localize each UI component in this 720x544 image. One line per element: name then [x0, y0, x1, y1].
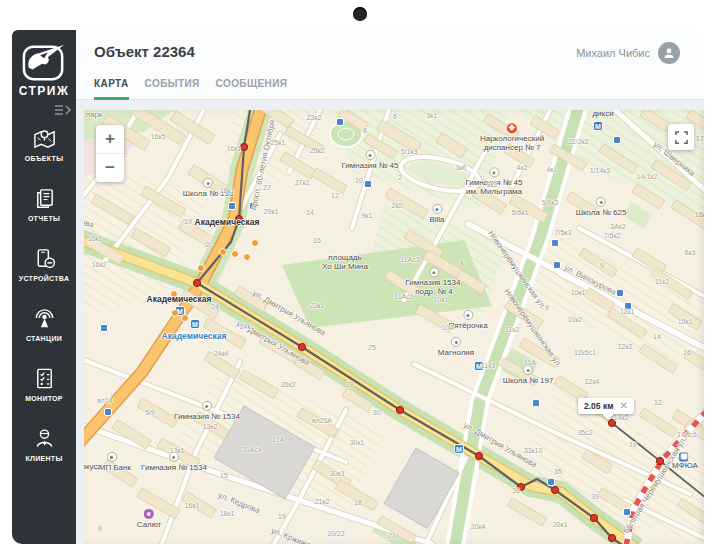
sidebar-item-label: УСТРОЙСТВА [19, 275, 69, 282]
track-point [396, 406, 403, 413]
track-point [656, 457, 663, 464]
transport-stop-icon [337, 119, 344, 126]
sidebar-nav: ОБЪЕКТЫ ОТЧЕТЫ [12, 126, 76, 462]
tablet-frame: СТРИЖ О [0, 0, 720, 544]
zoom-in-button[interactable]: + [96, 125, 124, 153]
logo-text: СТРИЖ [19, 84, 70, 98]
user-name: Михаил Чибис [576, 47, 650, 59]
measure-balloon: 2.05 км ✕ [578, 398, 634, 414]
track-point [590, 514, 597, 521]
sidebar-item-label: СТАНЦИИ [26, 335, 62, 342]
sidebar-item-clients[interactable]: КЛИЕНТЫ [12, 426, 76, 462]
transport-stop-icon [365, 181, 372, 188]
track-point [235, 215, 242, 222]
metro-entrance-icon [220, 249, 227, 256]
sidebar-item-label: ОТЧЕТЫ [28, 215, 60, 222]
track-point [608, 534, 615, 541]
track-point [240, 143, 247, 150]
zoom-control: + − [96, 125, 124, 182]
tab-map[interactable]: КАРТА [94, 78, 129, 100]
person-icon [662, 46, 676, 60]
transport-stop-icon [617, 290, 624, 297]
transport-stop-icon [250, 203, 257, 210]
sidebar-item-label: ОБЪЕКТЫ [25, 155, 64, 162]
sidebar-item-stations[interactable]: СТАНЦИИ [12, 306, 76, 342]
app-logo: СТРИЖ [19, 39, 70, 98]
metro-entrance-icon [252, 240, 259, 247]
transport-stop-icon [533, 400, 540, 407]
zoom-out-button[interactable]: − [96, 153, 124, 182]
page-header: Объект 22364 Михаил Чибис КАРТА СОБЫТИЯ [76, 30, 704, 100]
metro-icon-letter: М [476, 363, 482, 370]
sidebar: СТРИЖ О [12, 30, 76, 544]
metro-icon-letter: М [192, 321, 198, 328]
camera-dot [353, 7, 367, 21]
client-icon [32, 426, 57, 451]
metro-entrance-icon [244, 254, 251, 261]
app-screen: СТРИЖ О [12, 30, 704, 544]
user-widget: Михаил Чибис [576, 42, 680, 64]
transport-stop-icon [548, 479, 555, 486]
transport-stop-icon [101, 325, 108, 332]
map-canvas[interactable]: МММММ просп. 60-летия Октябряул. Дмитрия… [84, 110, 704, 544]
checklist-icon [32, 366, 57, 391]
track-point [298, 343, 305, 350]
map-pin-icon [32, 126, 57, 151]
transport-stop-icon [552, 240, 559, 247]
avatar[interactable] [658, 42, 680, 64]
sidebar-collapse-button[interactable] [54, 104, 71, 116]
metro-entrance-icon [182, 315, 189, 322]
sidebar-item-label: МОНИТОР [25, 395, 63, 402]
report-icon [32, 186, 57, 211]
fullscreen-icon [674, 130, 689, 145]
sidebar-item-reports[interactable]: ОТЧЕТЫ [12, 186, 76, 222]
metro-icon-letter: М [595, 123, 601, 130]
transport-stop-icon [624, 509, 631, 516]
device-icon [32, 246, 57, 271]
transport-stop-icon [229, 203, 236, 210]
sidebar-item-label: КЛИЕНТЫ [25, 455, 62, 462]
transport-stop-icon [625, 303, 632, 310]
metro-entrance-icon [232, 251, 239, 258]
sidebar-item-objects[interactable]: ОБЪЕКТЫ [12, 126, 76, 162]
transport-stop-icon [554, 262, 561, 269]
measure-distance: 2.05 км [584, 401, 613, 411]
tab-messages[interactable]: СООБЩЕНИЯ [216, 78, 288, 100]
track-point [517, 483, 524, 490]
tab-bar: КАРТА СОБЫТИЯ СООБЩЕНИЯ [94, 78, 287, 100]
metro-entrance-icon [171, 291, 178, 298]
track-point [551, 486, 558, 493]
fullscreen-button[interactable] [668, 124, 694, 150]
metro-icon-letter: М [456, 446, 462, 453]
antenna-icon [32, 306, 57, 331]
map-base: МММММ [84, 110, 704, 544]
transport-stop-icon [614, 137, 621, 144]
transport-stop-icon [105, 409, 112, 416]
metro-entrance-icon [172, 310, 179, 317]
screenshot-root: СТРИЖ О [0, 0, 720, 544]
strizh-bird-icon [19, 39, 69, 83]
sidebar-item-monitor[interactable]: МОНИТОР [12, 366, 76, 402]
track-point [193, 279, 200, 286]
sidebar-item-devices[interactable]: УСТРОЙСТВА [12, 246, 76, 282]
metro-entrance-icon [198, 265, 205, 272]
track-point [475, 452, 482, 459]
tab-events[interactable]: СОБЫТИЯ [145, 78, 200, 100]
track-point [608, 419, 615, 426]
main-panel: Объект 22364 Михаил Чибис КАРТА СОБЫТИЯ [76, 30, 704, 544]
balloon-close-icon[interactable]: ✕ [619, 401, 627, 411]
